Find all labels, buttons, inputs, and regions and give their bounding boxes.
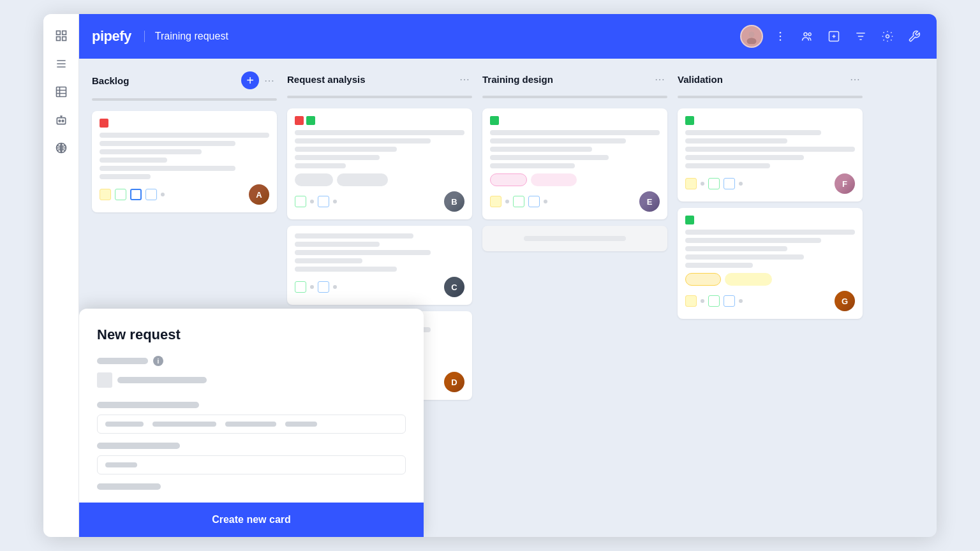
column-v-more-button[interactable]: ⋯	[847, 71, 863, 87]
column-validation-header: Validation ⋯	[678, 71, 863, 87]
svg-point-18	[780, 36, 782, 38]
page-title: Training request	[144, 31, 228, 42]
form-label-1	[97, 358, 148, 364]
wrench-icon[interactable]	[905, 27, 924, 46]
v-card2-icon-2	[708, 295, 720, 307]
form-image-placeholder	[97, 372, 112, 388]
column-v-line	[678, 96, 863, 98]
card-icon-4	[145, 189, 157, 200]
sidebar-item-bot[interactable]	[50, 108, 73, 131]
svg-rect-0	[56, 31, 60, 35]
column-more-button[interactable]: ⋯	[262, 73, 277, 88]
svg-point-12	[59, 120, 61, 122]
v-card2-icon-3	[724, 295, 735, 307]
column-ra-more-button[interactable]: ⋯	[457, 71, 472, 87]
ra-card-icon-1	[295, 196, 306, 207]
sidebar-item-list[interactable]	[50, 52, 73, 75]
import-icon[interactable]	[824, 27, 843, 46]
card-avatar-1: A	[249, 184, 269, 205]
svg-point-15	[749, 32, 755, 38]
card-icon-1	[100, 189, 111, 200]
column-backlog-line	[92, 98, 277, 101]
svg-rect-1	[62, 31, 66, 35]
svg-point-19	[780, 40, 782, 41]
td-card-icon-2	[513, 196, 524, 207]
ra-card2-icon-1	[295, 281, 306, 293]
column-td-more-button[interactable]: ⋯	[652, 71, 667, 87]
header: pipefy Training request	[79, 14, 937, 59]
new-request-form: New request i	[79, 309, 424, 537]
sidebar	[43, 14, 79, 537]
form-footer: Create new card	[79, 503, 424, 537]
v-card-icon-3	[724, 178, 735, 189]
v-card-1: F	[678, 108, 863, 202]
v-card-avatar-1: F	[835, 173, 855, 194]
kanban-board: Backlog + ⋯	[79, 59, 937, 537]
column-training-design-title: Training design	[482, 74, 650, 85]
filter-icon[interactable]	[851, 27, 870, 46]
sidebar-item-globe[interactable]	[50, 136, 73, 159]
svg-rect-2	[56, 37, 60, 41]
ra-card-dot2	[333, 200, 337, 203]
svg-point-13	[62, 120, 64, 122]
people-icon[interactable]	[798, 27, 817, 46]
svg-point-16	[747, 38, 757, 44]
form-value-1	[117, 377, 207, 383]
logo: pipefy	[92, 28, 131, 45]
td-card-avatar-1: E	[639, 191, 660, 212]
card-icon-2	[115, 189, 126, 200]
form-image-row	[97, 372, 406, 388]
ra-card-icon-2	[318, 196, 329, 207]
svg-point-21	[808, 33, 811, 36]
ra-card-2: C	[287, 226, 472, 305]
settings-icon[interactable]	[878, 27, 897, 46]
svg-rect-3	[62, 37, 66, 41]
ra-card-avatar-2: C	[444, 277, 464, 297]
form-input-1[interactable]	[97, 415, 406, 434]
ra-card-avatar-1: B	[444, 191, 464, 212]
column-request-analysis-title: Request analysis	[287, 74, 454, 85]
card-icon-3	[130, 189, 142, 200]
main-content: pipefy Training request	[79, 14, 937, 537]
td-card-1: E	[482, 108, 667, 219]
column-request-analysis-header: Request analysis ⋯	[287, 71, 472, 87]
svg-point-17	[780, 32, 782, 34]
ra-card2-icon-2	[318, 281, 329, 293]
column-validation-title: Validation	[678, 74, 845, 85]
v-card-icon-1	[685, 178, 697, 189]
sidebar-item-table[interactable]	[50, 80, 73, 103]
backlog-card-1: A	[92, 111, 277, 212]
column-td-line	[482, 96, 667, 98]
form-label-2	[97, 402, 199, 408]
header-actions	[740, 25, 924, 48]
td-card-placeholder	[482, 226, 667, 251]
v-card-2: G	[678, 208, 863, 319]
form-field-1-row: i	[97, 356, 406, 366]
column-backlog-title: Backlog	[92, 75, 241, 86]
sidebar-item-grid[interactable]	[50, 24, 73, 47]
form-title: New request	[97, 327, 406, 343]
form-body: New request i	[79, 309, 424, 503]
v-card2-icon-1	[685, 295, 697, 307]
more-options-icon[interactable]	[771, 27, 790, 46]
form-info-icon: i	[153, 356, 163, 366]
card-dot	[161, 193, 165, 196]
form-label-3	[97, 443, 180, 449]
column-validation: Validation ⋯	[678, 71, 863, 524]
form-bottom-label	[97, 483, 161, 490]
column-training-design-header: Training design ⋯	[482, 71, 667, 87]
ra-card-dot	[310, 200, 314, 203]
v-card-avatar-2: G	[835, 291, 855, 311]
column-backlog-header: Backlog + ⋯	[92, 71, 277, 89]
column-ra-line	[287, 96, 472, 98]
td-card-icon-1	[490, 196, 501, 207]
column-training-design: Training design ⋯	[482, 71, 667, 524]
svg-rect-11	[57, 118, 65, 124]
user-avatar[interactable]	[740, 25, 763, 48]
td-card-icon-3	[528, 196, 540, 207]
create-new-card-button[interactable]: Create new card	[212, 514, 291, 525]
svg-point-20	[804, 33, 807, 36]
column-add-button[interactable]: +	[241, 71, 259, 89]
form-input-2[interactable]	[97, 455, 406, 474]
svg-point-23	[886, 35, 889, 38]
